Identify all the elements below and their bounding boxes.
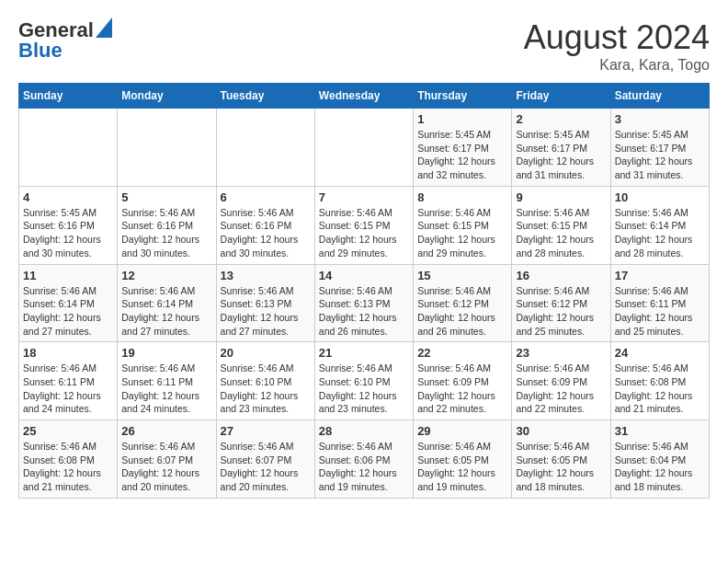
day-number: 3 bbox=[615, 112, 705, 126]
day-info: Sunrise: 5:45 AM Sunset: 6:16 PM Dayligh… bbox=[23, 206, 113, 260]
week-row-0: 1Sunrise: 5:45 AM Sunset: 6:17 PM Daylig… bbox=[19, 109, 710, 187]
day-cell: 29Sunrise: 5:46 AM Sunset: 6:05 PM Dayli… bbox=[414, 420, 512, 499]
day-info: Sunrise: 5:45 AM Sunset: 6:17 PM Dayligh… bbox=[615, 128, 705, 182]
day-cell: 22Sunrise: 5:46 AM Sunset: 6:09 PM Dayli… bbox=[414, 342, 512, 420]
svg-marker-0 bbox=[96, 17, 112, 38]
day-number: 30 bbox=[516, 424, 606, 438]
day-info: Sunrise: 5:46 AM Sunset: 6:13 PM Dayligh… bbox=[319, 284, 409, 339]
day-info: Sunrise: 5:46 AM Sunset: 6:16 PM Dayligh… bbox=[121, 206, 211, 260]
day-number: 9 bbox=[516, 190, 606, 204]
page-header: General Blue August 2024 Kara, Kara, Tog… bbox=[18, 18, 710, 74]
day-number: 11 bbox=[23, 269, 113, 282]
week-row-1: 4Sunrise: 5:45 AM Sunset: 6:16 PM Daylig… bbox=[19, 186, 710, 264]
header-saturday: Saturday bbox=[610, 84, 709, 109]
day-cell: 9Sunrise: 5:46 AM Sunset: 6:15 PM Daylig… bbox=[512, 186, 610, 264]
day-cell bbox=[216, 109, 314, 187]
day-cell: 25Sunrise: 5:46 AM Sunset: 6:08 PM Dayli… bbox=[19, 420, 118, 499]
day-info: Sunrise: 5:46 AM Sunset: 6:07 PM Dayligh… bbox=[221, 440, 311, 494]
location: Kara, Kara, Togo bbox=[524, 57, 710, 74]
day-cell: 8Sunrise: 5:46 AM Sunset: 6:15 PM Daylig… bbox=[414, 186, 512, 264]
day-cell bbox=[19, 109, 118, 187]
calendar-table: SundayMondayTuesdayWednesdayThursdayFrid… bbox=[18, 83, 710, 499]
day-cell: 12Sunrise: 5:46 AM Sunset: 6:14 PM Dayli… bbox=[118, 264, 216, 342]
day-cell: 31Sunrise: 5:46 AM Sunset: 6:04 PM Dayli… bbox=[610, 420, 709, 499]
day-number: 20 bbox=[221, 346, 311, 360]
day-info: Sunrise: 5:45 AM Sunset: 6:17 PM Dayligh… bbox=[516, 128, 606, 182]
day-info: Sunrise: 5:45 AM Sunset: 6:17 PM Dayligh… bbox=[417, 128, 507, 182]
header-friday: Friday bbox=[512, 84, 610, 109]
header-sunday: Sunday bbox=[19, 84, 118, 109]
day-number: 29 bbox=[417, 424, 507, 438]
day-info: Sunrise: 5:46 AM Sunset: 6:12 PM Dayligh… bbox=[417, 284, 507, 339]
day-info: Sunrise: 5:46 AM Sunset: 6:06 PM Dayligh… bbox=[319, 440, 409, 494]
day-cell: 11Sunrise: 5:46 AM Sunset: 6:14 PM Dayli… bbox=[19, 264, 118, 342]
day-number: 10 bbox=[615, 190, 705, 204]
day-info: Sunrise: 5:46 AM Sunset: 6:15 PM Dayligh… bbox=[319, 206, 409, 260]
title-block: August 2024 Kara, Kara, Togo bbox=[524, 18, 710, 74]
calendar-header-row: SundayMondayTuesdayWednesdayThursdayFrid… bbox=[19, 84, 710, 109]
day-cell: 21Sunrise: 5:46 AM Sunset: 6:10 PM Dayli… bbox=[314, 342, 413, 420]
day-number: 22 bbox=[417, 346, 507, 360]
header-wednesday: Wednesday bbox=[314, 84, 413, 109]
day-info: Sunrise: 5:46 AM Sunset: 6:05 PM Dayligh… bbox=[417, 440, 507, 494]
day-number: 17 bbox=[615, 269, 705, 282]
day-number: 4 bbox=[23, 190, 113, 204]
day-number: 21 bbox=[319, 346, 409, 360]
day-number: 28 bbox=[319, 424, 409, 438]
day-info: Sunrise: 5:46 AM Sunset: 6:14 PM Dayligh… bbox=[121, 284, 211, 339]
day-cell: 18Sunrise: 5:46 AM Sunset: 6:11 PM Dayli… bbox=[19, 342, 118, 420]
day-number: 16 bbox=[516, 269, 606, 282]
day-cell: 2Sunrise: 5:45 AM Sunset: 6:17 PM Daylig… bbox=[512, 109, 610, 187]
day-info: Sunrise: 5:46 AM Sunset: 6:05 PM Dayligh… bbox=[516, 440, 606, 494]
day-cell: 15Sunrise: 5:46 AM Sunset: 6:12 PM Dayli… bbox=[414, 264, 512, 342]
day-cell: 4Sunrise: 5:45 AM Sunset: 6:16 PM Daylig… bbox=[19, 186, 118, 264]
day-cell: 6Sunrise: 5:46 AM Sunset: 6:16 PM Daylig… bbox=[216, 186, 314, 264]
day-cell: 28Sunrise: 5:46 AM Sunset: 6:06 PM Dayli… bbox=[314, 420, 413, 499]
day-number: 27 bbox=[221, 424, 311, 438]
header-thursday: Thursday bbox=[414, 84, 512, 109]
day-cell: 14Sunrise: 5:46 AM Sunset: 6:13 PM Dayli… bbox=[314, 264, 413, 342]
day-cell: 30Sunrise: 5:46 AM Sunset: 6:05 PM Dayli… bbox=[512, 420, 610, 499]
week-row-3: 18Sunrise: 5:46 AM Sunset: 6:11 PM Dayli… bbox=[19, 342, 710, 420]
day-cell: 16Sunrise: 5:46 AM Sunset: 6:12 PM Dayli… bbox=[512, 264, 610, 342]
day-number: 6 bbox=[221, 190, 311, 204]
day-info: Sunrise: 5:46 AM Sunset: 6:11 PM Dayligh… bbox=[121, 362, 211, 416]
day-info: Sunrise: 5:46 AM Sunset: 6:07 PM Dayligh… bbox=[121, 440, 211, 494]
day-cell: 20Sunrise: 5:46 AM Sunset: 6:10 PM Dayli… bbox=[216, 342, 314, 420]
day-cell: 17Sunrise: 5:46 AM Sunset: 6:11 PM Dayli… bbox=[610, 264, 709, 342]
logo: General Blue bbox=[18, 18, 112, 63]
week-row-2: 11Sunrise: 5:46 AM Sunset: 6:14 PM Dayli… bbox=[19, 264, 710, 342]
day-cell: 27Sunrise: 5:46 AM Sunset: 6:07 PM Dayli… bbox=[216, 420, 314, 499]
day-info: Sunrise: 5:46 AM Sunset: 6:15 PM Dayligh… bbox=[516, 206, 606, 260]
day-number: 18 bbox=[23, 346, 113, 360]
day-cell bbox=[118, 109, 216, 187]
day-cell: 23Sunrise: 5:46 AM Sunset: 6:09 PM Dayli… bbox=[512, 342, 610, 420]
week-row-4: 25Sunrise: 5:46 AM Sunset: 6:08 PM Dayli… bbox=[19, 420, 710, 499]
day-number: 14 bbox=[319, 269, 409, 282]
day-number: 25 bbox=[23, 424, 113, 438]
day-number: 19 bbox=[121, 346, 211, 360]
day-info: Sunrise: 5:46 AM Sunset: 6:08 PM Dayligh… bbox=[615, 362, 705, 416]
month-title: August 2024 bbox=[524, 18, 710, 57]
day-info: Sunrise: 5:46 AM Sunset: 6:08 PM Dayligh… bbox=[23, 440, 113, 494]
logo-triangle-icon bbox=[96, 17, 112, 38]
day-info: Sunrise: 5:46 AM Sunset: 6:10 PM Dayligh… bbox=[319, 362, 409, 416]
day-cell: 7Sunrise: 5:46 AM Sunset: 6:15 PM Daylig… bbox=[314, 186, 413, 264]
day-number: 8 bbox=[417, 190, 507, 204]
day-cell: 1Sunrise: 5:45 AM Sunset: 6:17 PM Daylig… bbox=[414, 109, 512, 187]
day-number: 24 bbox=[615, 346, 705, 360]
day-info: Sunrise: 5:46 AM Sunset: 6:10 PM Dayligh… bbox=[221, 362, 311, 416]
day-cell: 13Sunrise: 5:46 AM Sunset: 6:13 PM Dayli… bbox=[216, 264, 314, 342]
day-number: 1 bbox=[417, 112, 507, 126]
day-info: Sunrise: 5:46 AM Sunset: 6:14 PM Dayligh… bbox=[23, 284, 113, 339]
day-number: 13 bbox=[221, 269, 311, 282]
day-info: Sunrise: 5:46 AM Sunset: 6:12 PM Dayligh… bbox=[516, 284, 606, 339]
day-number: 26 bbox=[121, 424, 211, 438]
day-info: Sunrise: 5:46 AM Sunset: 6:16 PM Dayligh… bbox=[221, 206, 311, 260]
header-tuesday: Tuesday bbox=[216, 84, 314, 109]
day-info: Sunrise: 5:46 AM Sunset: 6:04 PM Dayligh… bbox=[615, 440, 705, 494]
day-info: Sunrise: 5:46 AM Sunset: 6:09 PM Dayligh… bbox=[417, 362, 507, 416]
day-cell: 24Sunrise: 5:46 AM Sunset: 6:08 PM Dayli… bbox=[610, 342, 709, 420]
day-info: Sunrise: 5:46 AM Sunset: 6:15 PM Dayligh… bbox=[417, 206, 507, 260]
day-number: 7 bbox=[319, 190, 409, 204]
